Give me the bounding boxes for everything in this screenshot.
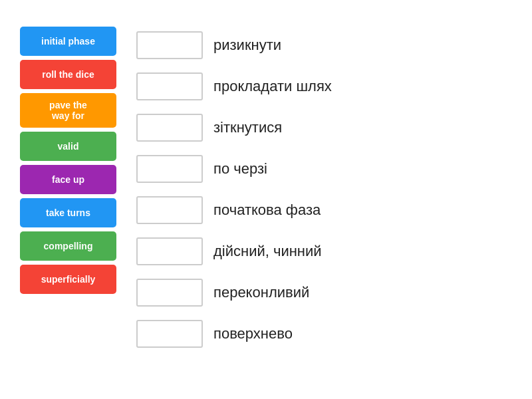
definition-text-def-8: поверхнево — [213, 325, 293, 342]
definition-text-def-5: початкова фаза — [213, 201, 321, 219]
answer-box-def-3[interactable] — [136, 114, 203, 142]
match-row: по черзі — [136, 150, 512, 188]
match-row: дійсний, чинний — [136, 233, 512, 270]
answer-box-def-4[interactable] — [136, 155, 203, 183]
match-row: ризикнути — [136, 27, 512, 64]
word-btn-initial-phase[interactable]: initial phase — [20, 27, 116, 56]
word-btn-pave-the-way-for[interactable]: pave the way for — [20, 93, 116, 128]
match-row: переконливий — [136, 274, 512, 311]
definition-text-def-6: дійсний, чинний — [213, 243, 322, 260]
answer-box-def-5[interactable] — [136, 196, 203, 224]
answer-box-def-8[interactable] — [136, 320, 203, 348]
words-list: initial phaseroll the dicepave the way f… — [20, 27, 116, 294]
definition-text-def-3: зіткнутися — [213, 119, 282, 136]
word-btn-compelling[interactable]: compelling — [20, 231, 116, 261]
word-btn-superficially[interactable]: superficially — [20, 265, 116, 294]
answer-box-def-1[interactable] — [136, 31, 203, 59]
word-btn-valid[interactable]: valid — [20, 132, 116, 161]
match-row: поверхнево — [136, 315, 512, 352]
definition-text-def-4: по черзі — [213, 160, 267, 178]
word-btn-roll-the-dice[interactable]: roll the dice — [20, 60, 116, 89]
match-row: зіткнутися — [136, 109, 512, 146]
word-btn-take-turns[interactable]: take turns — [20, 198, 116, 227]
definition-text-def-7: переконливий — [213, 284, 309, 301]
word-btn-face-up[interactable]: face up — [20, 165, 116, 194]
answer-box-def-7[interactable] — [136, 279, 203, 307]
definition-text-def-2: прокладати шлях — [213, 78, 332, 95]
match-row: прокладати шлях — [136, 68, 512, 105]
definitions-list: ризикнутипрокладати шляхзіткнутисяпо чер… — [136, 27, 512, 352]
definition-text-def-1: ризикнути — [213, 37, 281, 54]
answer-box-def-6[interactable] — [136, 237, 203, 265]
match-row: початкова фаза — [136, 192, 512, 229]
answer-box-def-2[interactable] — [136, 72, 203, 100]
